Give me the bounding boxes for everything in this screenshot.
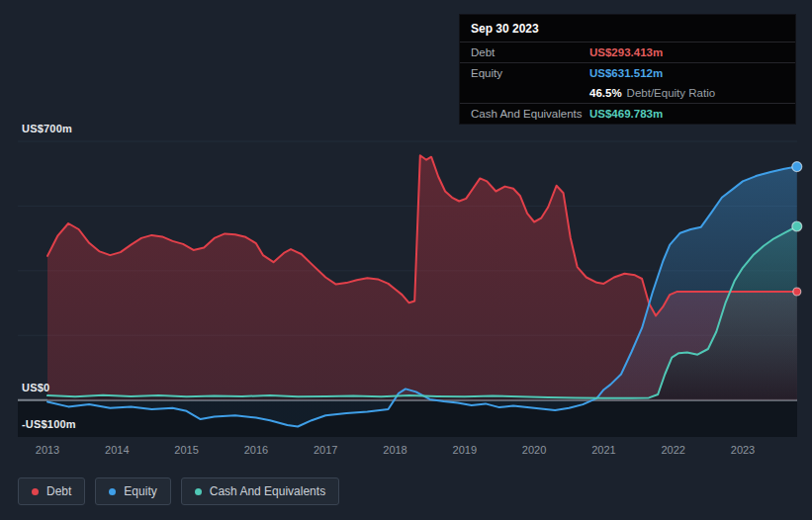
- x-axis-label: 2013: [36, 444, 59, 456]
- legend-debt-label: Debt: [46, 484, 71, 498]
- tooltip-row-cash: Cash And Equivalents US$469.783m: [460, 104, 795, 124]
- x-axis-label: 2014: [105, 444, 129, 456]
- legend-item-equity[interactable]: Equity: [95, 477, 170, 505]
- equity-dot-icon: [109, 488, 116, 495]
- x-axis-label: 2021: [591, 444, 615, 456]
- tooltip-row-ratio: 46.5%Debt/Equity Ratio: [460, 83, 795, 104]
- tooltip-cash-value: US$469.783m: [589, 108, 663, 120]
- x-axis-label: 2022: [661, 444, 684, 456]
- tooltip-cash-label: Cash And Equivalents: [471, 108, 589, 120]
- tooltip-debt-value: US$293.413m: [589, 46, 663, 58]
- debt-dot-icon: [32, 488, 39, 495]
- x-axis-label: 2017: [314, 444, 337, 456]
- y-axis-label: US$0: [22, 382, 49, 393]
- tooltip-row-equity: Equity US$631.512m: [460, 63, 795, 83]
- legend-cash-label: Cash And Equivalents: [210, 484, 325, 498]
- tooltip-equity-value: US$631.512m: [589, 67, 663, 79]
- legend-equity-label: Equity: [124, 484, 156, 498]
- x-axis-label: 2019: [453, 444, 477, 456]
- y-axis-label: -US$100m: [22, 418, 76, 430]
- legend-item-debt[interactable]: Debt: [18, 477, 85, 505]
- chart-legend: Debt Equity Cash And Equivalents: [18, 477, 339, 505]
- tooltip-equity-label: Equity: [471, 67, 589, 79]
- x-axis-label: 2020: [522, 444, 546, 456]
- x-axis-label: 2015: [174, 444, 198, 456]
- legend-item-cash[interactable]: Cash And Equivalents: [181, 477, 339, 505]
- debt-equity-history-page: US$700mUS$0-US$100m 20132014201520162017…: [0, 0, 812, 520]
- x-axis-label: 2023: [731, 444, 755, 456]
- tooltip-ratio-value: 46.5%: [589, 87, 622, 99]
- tooltip-row-debt: Debt US$293.413m: [460, 43, 795, 63]
- tooltip-debt-label: Debt: [471, 46, 589, 58]
- chart-tooltip: Sep 30 2023 Debt US$293.413m Equity US$6…: [459, 14, 796, 125]
- tooltip-ratio-label: Debt/Equity Ratio: [627, 87, 716, 99]
- tooltip-date: Sep 30 2023: [460, 15, 795, 43]
- cash-dot-icon: [195, 488, 202, 495]
- x-axis-label: 2016: [244, 444, 268, 456]
- x-axis: 2013201420152016201720182019202020212022…: [0, 444, 812, 460]
- x-axis-label: 2018: [383, 444, 406, 456]
- y-axis-label: US$700m: [22, 123, 72, 134]
